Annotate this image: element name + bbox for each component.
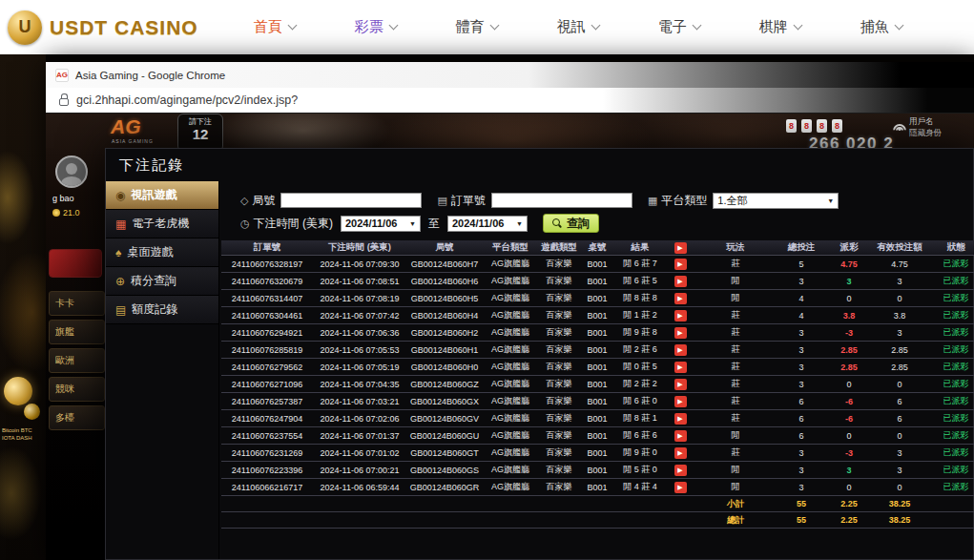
table-row: 2411060662167172024-11-06 06:59:44GB0012… [221,479,974,496]
clock-icon: ◷ [240,218,250,230]
round-number-input[interactable] [280,193,422,208]
nav-item-fishing[interactable]: 捕魚 [860,18,902,36]
wifi-icon [891,118,908,132]
table-row: 2411060763206792024-11-06 07:08:51GB0012… [221,273,974,290]
bet-records-popup: 下注記錄 ◉視訊遊戲 ▦電子老虎機 ♠桌面遊戲 ⊕積分查詢 ▤額度記錄 ◇局號 … [105,148,974,560]
replay-button[interactable]: ▶ [674,344,687,356]
chevron-down-icon [591,21,600,31]
bet-table: 訂單號 下注時間 (美東) 局號 平台類型 遊戲類型 桌號 結果 ▶ 玩法 總投… [221,240,974,529]
chrome-addressbar: gci.2hhapi.com/agingame/pcv2/index.jsp? [46,88,974,114]
table-row: 2411060763044612024-11-06 07:07:42GB0012… [221,307,974,324]
replay-button[interactable]: ▶ [674,413,687,425]
lobby-hall-tile[interactable]: 競咪 [49,377,105,402]
nav-item-home[interactable]: 首頁 [254,18,296,36]
table-games-icon: ♠ [115,246,121,259]
search-icon [552,218,562,228]
search-button[interactable]: 查詢 [543,214,599,233]
url-text[interactable]: gci.2hhapi.com/agingame/pcv2/index.jsp? [76,93,298,107]
menu-item-credit-records[interactable]: ▤額度記錄 [106,296,218,324]
table-row: 2411060762949212024-11-06 07:06:36GB0012… [221,324,974,342]
order-number-input[interactable] [491,193,632,208]
username: g bao [52,194,74,203]
points-query-icon: ⊕ [115,275,125,288]
lobby-hall-tile[interactable]: 卡卡 [49,291,105,316]
platform-type-select[interactable]: 1.全部▼ [713,193,839,209]
window-title: Asia Gaming - Google Chrome [75,70,225,81]
platform-type-icon: ▦ [648,195,657,207]
avatar[interactable] [55,156,88,188]
table-row: 2411060762375542024-11-06 07:01:37GB0012… [221,427,974,445]
nav-item-live[interactable]: 視訊 [557,18,599,36]
card-icon: 8 [817,119,827,133]
round-number-label: ◇局號 [240,193,275,209]
chevron-down-icon [793,21,802,31]
usdt-coin-icon: U [8,10,42,45]
chevron-down-icon [287,21,297,31]
table-row: 2411060762710962024-11-06 07:04:35GB0012… [221,376,974,393]
lobby-hall-tile[interactable]: 多檯 [49,405,105,430]
nav-item-lottery[interactable]: 彩票 [355,18,397,36]
replay-button[interactable]: ▶ [674,293,687,304]
replay-button[interactable]: ▶ [674,379,687,390]
bet-time-label: ◷下注時間 (美東) [240,216,333,232]
promo-card[interactable] [49,249,102,278]
replay-button[interactable]: ▶ [674,465,687,476]
table-row: 2411060762573872024-11-06 07:03:21GB0012… [221,393,974,410]
lock-icon[interactable] [59,98,69,106]
table-row: 2411060762479042024-11-06 07:02:06GB0012… [221,410,974,427]
balance: 21.0 [52,208,80,218]
replay-button[interactable]: ▶ [674,396,687,407]
replay-button[interactable]: ▶ [674,362,687,373]
nav-item-sports[interactable]: 體育 [456,18,498,36]
round-number-icon: ◇ [240,195,248,207]
replay-button[interactable]: ▶ [674,327,687,339]
table-row: 2411060763281972024-11-06 07:09:30GB0012… [221,256,974,273]
countdown-number: 12 [178,127,222,142]
site-header: U USDT CASINO 首頁 彩票 體育 視訊 電子 棋牌 捕魚 [0,0,974,54]
card-icon: 8 [801,119,812,133]
scoreboard-cards: 8 8 8 8 [786,119,842,133]
ag-logo-subtext: ASIA GAMING [112,138,154,144]
date-to-select[interactable]: 2024/11/06▼ [447,216,528,232]
lobby-hall-tile[interactable]: 旗艦 [49,320,105,344]
table-row: 2411060762858192024-11-06 07:05:53GB0012… [221,342,974,359]
chrome-window: AG Asia Gaming - Google Chrome gci.2hhap… [46,62,974,560]
replay-button[interactable]: ▶ [674,276,687,287]
gold-coin-graphic [4,377,32,405]
chevron-down-icon [489,21,499,31]
replay-button[interactable]: ▶ [674,482,687,493]
lobby-hall-tile[interactable]: 歐洲 [49,348,105,373]
nav-item-slots[interactable]: 電子 [658,18,700,36]
chevron-down-icon [692,21,701,31]
popup-menu: ◉視訊遊戲 ▦電子老虎機 ♠桌面遊戲 ⊕積分查詢 ▤額度記錄 [106,181,218,324]
menu-item-slot-machines[interactable]: ▦電子老虎機 [106,210,218,239]
card-icon: 8 [832,119,842,133]
user-info-lines: 用戶名 隱藏身份 [909,115,942,138]
gold-coin-graphic [24,404,40,420]
order-number-label: ▤訂單號 [437,193,485,209]
menu-item-video-games[interactable]: ◉視訊遊戲 [106,181,218,210]
subtotal-row: 小計 55 2.25 38.25 [221,496,974,512]
menu-item-points-query[interactable]: ⊕積分查詢 [106,267,218,296]
replay-button[interactable]: ▶ [674,430,687,442]
table-row: 2411060763144072024-11-06 07:08:19GB0012… [221,290,974,307]
date-from-select[interactable]: 2024/11/06▼ [341,216,421,232]
popup-title: 下注記錄 [119,156,184,175]
chrome-titlebar[interactable]: AG Asia Gaming - Google Chrome [46,62,974,88]
site-logo[interactable]: U USDT CASINO [8,10,198,45]
ag-logo: AG [111,117,141,136]
chevron-down-icon [388,21,398,31]
dropdown-arrow-icon: ▼ [827,197,834,204]
chevron-down-icon [894,21,903,31]
filters: ◇局號 ▤訂單號 ▦平台類型 1.全部▼ ◷下注時間 (美東) 2024/11/… [219,181,973,235]
card-icon: 8 [786,119,797,133]
video-games-icon: ◉ [115,189,125,202]
replay-button[interactable]: ▶ [674,447,687,459]
dropdown-arrow-icon: ▼ [409,220,416,227]
bet-countdown-box: 請下注 12 [177,114,223,152]
replay-button[interactable]: ▶ [674,259,687,270]
replay-button[interactable]: ▶ [674,310,687,321]
nav-item-boardgames[interactable]: 棋牌 [759,18,801,36]
popup-main: ◇局號 ▤訂單號 ▦平台類型 1.全部▼ ◷下注時間 (美東) 2024/11/… [218,181,973,559]
menu-item-table-games[interactable]: ♠桌面遊戲 [106,239,218,267]
